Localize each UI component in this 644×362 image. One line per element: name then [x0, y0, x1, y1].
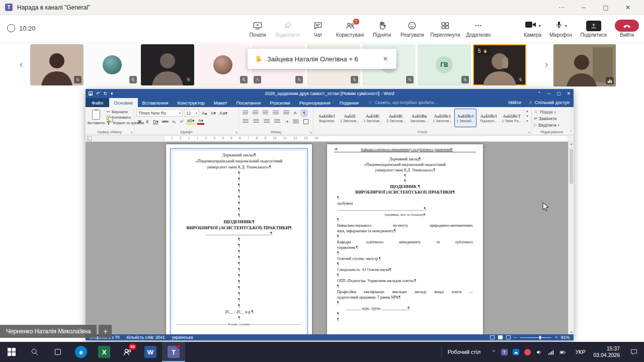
- react-button[interactable]: Реагувати: [399, 18, 425, 40]
- style-item[interactable]: АаБбІ 1 Заголов...: [339, 109, 361, 127]
- style-item[interactable]: АаБбВ: 2 Заголов...: [385, 109, 407, 127]
- document-page-1[interactable]: Державний заклад¶«Південноукраїнський на…: [166, 144, 312, 334]
- style-item[interactable]: АаБбВ: 1 Заголов...: [362, 109, 384, 127]
- multilevel-list-button[interactable]: [261, 110, 270, 116]
- style-item[interactable]: АаБбВгІ 1 Заголов...: [431, 109, 453, 127]
- participant-tile-raised-hand[interactable]: 5: [473, 44, 526, 85]
- taskbar-app-teams[interactable]: T: [162, 342, 185, 362]
- start-button[interactable]: Почати: [245, 18, 271, 40]
- show-marks-button[interactable]: ¶: [301, 110, 307, 117]
- ribbon-tab[interactable]: Макет: [209, 98, 232, 107]
- highlight-color-button[interactable]: аб▾: [186, 118, 196, 125]
- ribbon-tab[interactable]: Конструктор: [173, 98, 209, 107]
- style-item[interactable]: АаБбВгТ 1 Table Pa...: [501, 109, 523, 127]
- style-item[interactable]: АаБбВв Заголово...: [408, 109, 430, 127]
- styles-scroll-down-icon[interactable]: ▼: [524, 114, 530, 119]
- line-spacing-button[interactable]: ↕▾: [283, 119, 290, 124]
- bullet-list-button[interactable]: [241, 110, 250, 116]
- share-button[interactable]: Поділитися: [580, 18, 607, 40]
- start-button[interactable]: [0, 342, 23, 362]
- align-center-button[interactable]: [252, 119, 261, 124]
- find-button[interactable]: Пошук▾: [534, 109, 556, 115]
- change-case-button[interactable]: Аа▾: [218, 111, 228, 116]
- participant-tile[interactable]: [141, 44, 194, 85]
- dialog-launcher-icon[interactable]: ↘: [130, 130, 133, 134]
- taskbar-app-people[interactable]: 92: [116, 342, 139, 362]
- ribbon-tab[interactable]: Рецензування: [295, 98, 335, 107]
- redo-icon[interactable]: ↻: [104, 91, 108, 96]
- replace-button[interactable]: ⇄ Замінити: [534, 115, 556, 122]
- vertical-scrollbar[interactable]: ▲ ▼: [568, 142, 574, 334]
- maximize-button[interactable]: ▢: [595, 0, 617, 15]
- word-minimize-icon[interactable]: ─: [547, 91, 550, 96]
- desktop-toolbar-label[interactable]: Робочий стіл: [441, 346, 487, 358]
- numbered-list-button[interactable]: [251, 110, 260, 116]
- unpin-button[interactable]: Відкріпити: [275, 18, 301, 40]
- chat-button[interactable]: Чат: [305, 18, 331, 40]
- ribbon-tab[interactable]: Основне: [109, 98, 137, 107]
- borders-button[interactable]: [302, 119, 310, 125]
- tab-selector[interactable]: L: [87, 136, 92, 141]
- font-size-combo[interactable]: 12▾: [184, 109, 199, 117]
- close-button[interactable]: ✕: [617, 0, 639, 15]
- styles-expand-icon[interactable]: ▼: [524, 119, 530, 124]
- ribbon-tab[interactable]: Подання: [335, 98, 363, 107]
- shrink-font-button[interactable]: А▾: [210, 111, 217, 116]
- tray-status-icon[interactable]: [524, 349, 531, 355]
- word-count[interactable]: Кількість слів: 2041: [127, 335, 165, 340]
- style-item[interactable]: АаБбВгІ Підзагол...: [477, 109, 500, 127]
- print-layout-icon[interactable]: [498, 335, 503, 339]
- ribbon-display-options-icon[interactable]: ⌃: [537, 91, 541, 96]
- taskbar-search-button[interactable]: [23, 342, 46, 362]
- word-maximize-icon[interactable]: ▢: [556, 91, 561, 96]
- dialog-launcher-icon[interactable]: ↘: [527, 130, 530, 134]
- action-center-button[interactable]: [624, 342, 644, 362]
- scroll-up-icon[interactable]: ▲: [569, 142, 574, 145]
- tab-file[interactable]: Файл: [86, 98, 109, 107]
- zoom-slider[interactable]: [520, 337, 551, 338]
- undo-icon[interactable]: ↶: [96, 91, 100, 96]
- save-icon[interactable]: [89, 92, 93, 96]
- window-more-button[interactable]: ⋯: [550, 0, 573, 15]
- battery-icon[interactable]: [559, 349, 567, 355]
- ribbon-tab[interactable]: Розсилки: [265, 98, 294, 107]
- document-area[interactable]: Державний заклад¶«Південноукраїнський на…: [86, 142, 574, 334]
- ribbon-tab[interactable]: Посилання: [232, 98, 266, 107]
- read-mode-icon[interactable]: [490, 335, 495, 339]
- taskbar-app-excel[interactable]: X: [93, 342, 116, 362]
- bold-button[interactable]: Ж: [136, 119, 143, 124]
- justify-button[interactable]: [273, 119, 282, 124]
- styles-scroll-up-icon[interactable]: ▲: [524, 109, 530, 114]
- participant-tile[interactable]: ГВ: [418, 44, 471, 85]
- dialog-launcher-icon[interactable]: ↘: [309, 130, 312, 134]
- network-icon[interactable]: [547, 349, 554, 355]
- select-button[interactable]: ▷ Виділити▾: [534, 122, 559, 128]
- collapse-ribbon-icon[interactable]: ⌃: [569, 130, 572, 134]
- superscript-button[interactable]: x²: [179, 119, 185, 124]
- quick-access-menu-icon[interactable]: ▾: [111, 91, 113, 96]
- align-left-button[interactable]: [241, 119, 250, 124]
- tray-teams-icon[interactable]: T: [501, 349, 508, 355]
- align-right-button[interactable]: [262, 119, 271, 124]
- participant-tile[interactable]: [86, 44, 139, 85]
- font-name-combo[interactable]: Times New Ro▾: [136, 109, 183, 117]
- ribbon-tab[interactable]: Вставлення: [138, 98, 173, 107]
- tell-me-search[interactable]: Скажіть, що потрібно зробити...: [368, 98, 437, 107]
- taskbar-app-word[interactable]: W: [139, 342, 162, 362]
- strikethrough-button[interactable]: abc: [161, 119, 170, 124]
- participant-tile[interactable]: [30, 44, 84, 85]
- language-switcher[interactable]: УКР: [572, 349, 590, 355]
- more-actions-button[interactable]: ··· Додатково: [465, 18, 492, 40]
- raise-hand-button[interactable]: Підняти: [369, 18, 395, 40]
- scrollbar-thumb[interactable]: [570, 149, 573, 184]
- volume-icon[interactable]: [536, 349, 542, 355]
- word-close-icon[interactable]: ✕: [567, 91, 571, 96]
- camera-button[interactable]: ▾ Камера: [524, 18, 541, 40]
- scroll-right-button[interactable]: ›: [541, 58, 551, 70]
- scroll-down-icon[interactable]: ▼: [569, 331, 574, 334]
- increase-indent-button[interactable]: [282, 110, 291, 116]
- participant-tile[interactable]: [553, 44, 616, 86]
- zoom-out-button[interactable]: −: [514, 335, 517, 340]
- mic-button[interactable]: ▾ Мікрофон: [549, 18, 572, 40]
- tray-onedrive-icon[interactable]: ☁: [513, 349, 519, 355]
